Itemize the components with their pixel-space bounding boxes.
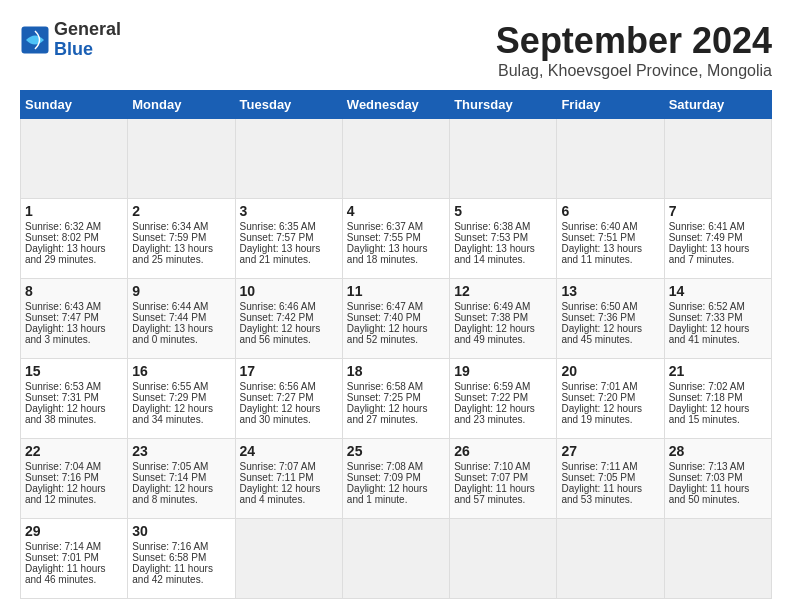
calendar-cell: 7Sunrise: 6:41 AMSunset: 7:49 PMDaylight… <box>664 199 771 279</box>
calendar-cell: 15Sunrise: 6:53 AMSunset: 7:31 PMDayligh… <box>21 359 128 439</box>
daylight-text: Daylight: 11 hours and 50 minutes. <box>669 483 750 505</box>
sunset-text: Sunset: 7:03 PM <box>669 472 743 483</box>
sunrise-text: Sunrise: 6:58 AM <box>347 381 423 392</box>
daylight-text: Daylight: 13 hours and 7 minutes. <box>669 243 750 265</box>
calendar-cell <box>235 119 342 199</box>
calendar-cell: 28Sunrise: 7:13 AMSunset: 7:03 PMDayligh… <box>664 439 771 519</box>
sunset-text: Sunset: 7:49 PM <box>669 232 743 243</box>
daylight-text: Daylight: 11 hours and 42 minutes. <box>132 563 213 585</box>
day-of-week-header: Friday <box>557 91 664 119</box>
calendar-cell: 24Sunrise: 7:07 AMSunset: 7:11 PMDayligh… <box>235 439 342 519</box>
sunrise-text: Sunrise: 7:07 AM <box>240 461 316 472</box>
day-number: 17 <box>240 363 338 379</box>
title-block: September 2024 Bulag, Khoevsgoel Provinc… <box>496 20 772 80</box>
location-subtitle: Bulag, Khoevsgoel Province, Mongolia <box>496 62 772 80</box>
calendar-cell <box>128 119 235 199</box>
calendar-cell: 16Sunrise: 6:55 AMSunset: 7:29 PMDayligh… <box>128 359 235 439</box>
calendar-cell <box>450 519 557 599</box>
calendar-cell <box>664 519 771 599</box>
day-number: 6 <box>561 203 659 219</box>
calendar-cell: 30Sunrise: 7:16 AMSunset: 6:58 PMDayligh… <box>128 519 235 599</box>
calendar-cell: 14Sunrise: 6:52 AMSunset: 7:33 PMDayligh… <box>664 279 771 359</box>
daylight-text: Daylight: 13 hours and 14 minutes. <box>454 243 535 265</box>
daylight-text: Daylight: 11 hours and 57 minutes. <box>454 483 535 505</box>
day-of-week-header: Saturday <box>664 91 771 119</box>
sunset-text: Sunset: 7:27 PM <box>240 392 314 403</box>
sunset-text: Sunset: 7:47 PM <box>25 312 99 323</box>
daylight-text: Daylight: 12 hours and 49 minutes. <box>454 323 535 345</box>
calendar-week-row: 29Sunrise: 7:14 AMSunset: 7:01 PMDayligh… <box>21 519 772 599</box>
day-number: 19 <box>454 363 552 379</box>
daylight-text: Daylight: 12 hours and 41 minutes. <box>669 323 750 345</box>
calendar-cell: 18Sunrise: 6:58 AMSunset: 7:25 PMDayligh… <box>342 359 449 439</box>
calendar-cell: 6Sunrise: 6:40 AMSunset: 7:51 PMDaylight… <box>557 199 664 279</box>
sunrise-text: Sunrise: 6:56 AM <box>240 381 316 392</box>
daylight-text: Daylight: 13 hours and 3 minutes. <box>25 323 106 345</box>
daylight-text: Daylight: 12 hours and 27 minutes. <box>347 403 428 425</box>
sunrise-text: Sunrise: 6:43 AM <box>25 301 101 312</box>
calendar-cell: 21Sunrise: 7:02 AMSunset: 7:18 PMDayligh… <box>664 359 771 439</box>
calendar-table: SundayMondayTuesdayWednesdayThursdayFrid… <box>20 90 772 599</box>
sunset-text: Sunset: 6:58 PM <box>132 552 206 563</box>
sunrise-text: Sunrise: 7:05 AM <box>132 461 208 472</box>
sunrise-text: Sunrise: 6:35 AM <box>240 221 316 232</box>
calendar-cell: 13Sunrise: 6:50 AMSunset: 7:36 PMDayligh… <box>557 279 664 359</box>
sunset-text: Sunset: 7:51 PM <box>561 232 635 243</box>
calendar-cell: 2Sunrise: 6:34 AMSunset: 7:59 PMDaylight… <box>128 199 235 279</box>
day-number: 30 <box>132 523 230 539</box>
sunrise-text: Sunrise: 6:32 AM <box>25 221 101 232</box>
day-number: 1 <box>25 203 123 219</box>
calendar-cell: 23Sunrise: 7:05 AMSunset: 7:14 PMDayligh… <box>128 439 235 519</box>
daylight-text: Daylight: 12 hours and 56 minutes. <box>240 323 321 345</box>
sunrise-text: Sunrise: 7:13 AM <box>669 461 745 472</box>
calendar-cell: 12Sunrise: 6:49 AMSunset: 7:38 PMDayligh… <box>450 279 557 359</box>
day-number: 27 <box>561 443 659 459</box>
sunset-text: Sunset: 7:16 PM <box>25 472 99 483</box>
day-of-week-header: Monday <box>128 91 235 119</box>
sunset-text: Sunset: 7:42 PM <box>240 312 314 323</box>
sunset-text: Sunset: 7:05 PM <box>561 472 635 483</box>
sunrise-text: Sunrise: 6:59 AM <box>454 381 530 392</box>
daylight-text: Daylight: 12 hours and 12 minutes. <box>25 483 106 505</box>
daylight-text: Daylight: 12 hours and 4 minutes. <box>240 483 321 505</box>
calendar-week-row: 22Sunrise: 7:04 AMSunset: 7:16 PMDayligh… <box>21 439 772 519</box>
daylight-text: Daylight: 12 hours and 23 minutes. <box>454 403 535 425</box>
calendar-cell: 26Sunrise: 7:10 AMSunset: 7:07 PMDayligh… <box>450 439 557 519</box>
day-number: 14 <box>669 283 767 299</box>
sunrise-text: Sunrise: 6:40 AM <box>561 221 637 232</box>
sunrise-text: Sunrise: 6:50 AM <box>561 301 637 312</box>
day-number: 10 <box>240 283 338 299</box>
daylight-text: Daylight: 12 hours and 34 minutes. <box>132 403 213 425</box>
calendar-cell: 11Sunrise: 6:47 AMSunset: 7:40 PMDayligh… <box>342 279 449 359</box>
sunset-text: Sunset: 8:02 PM <box>25 232 99 243</box>
calendar-cell <box>342 519 449 599</box>
day-of-week-header: Tuesday <box>235 91 342 119</box>
calendar-cell: 3Sunrise: 6:35 AMSunset: 7:57 PMDaylight… <box>235 199 342 279</box>
daylight-text: Daylight: 12 hours and 8 minutes. <box>132 483 213 505</box>
logo-text: General Blue <box>54 20 121 60</box>
day-number: 20 <box>561 363 659 379</box>
calendar-cell: 20Sunrise: 7:01 AMSunset: 7:20 PMDayligh… <box>557 359 664 439</box>
daylight-text: Daylight: 12 hours and 15 minutes. <box>669 403 750 425</box>
sunset-text: Sunset: 7:59 PM <box>132 232 206 243</box>
sunset-text: Sunset: 7:09 PM <box>347 472 421 483</box>
sunset-text: Sunset: 7:20 PM <box>561 392 635 403</box>
calendar-cell: 22Sunrise: 7:04 AMSunset: 7:16 PMDayligh… <box>21 439 128 519</box>
day-number: 2 <box>132 203 230 219</box>
day-number: 18 <box>347 363 445 379</box>
sunset-text: Sunset: 7:33 PM <box>669 312 743 323</box>
calendar-cell <box>235 519 342 599</box>
sunrise-text: Sunrise: 6:34 AM <box>132 221 208 232</box>
day-number: 8 <box>25 283 123 299</box>
calendar-cell: 1Sunrise: 6:32 AMSunset: 8:02 PMDaylight… <box>21 199 128 279</box>
day-number: 25 <box>347 443 445 459</box>
sunset-text: Sunset: 7:25 PM <box>347 392 421 403</box>
sunset-text: Sunset: 7:44 PM <box>132 312 206 323</box>
sunset-text: Sunset: 7:38 PM <box>454 312 528 323</box>
sunrise-text: Sunrise: 6:52 AM <box>669 301 745 312</box>
calendar-cell <box>557 519 664 599</box>
daylight-text: Daylight: 13 hours and 0 minutes. <box>132 323 213 345</box>
day-of-week-header: Sunday <box>21 91 128 119</box>
sunrise-text: Sunrise: 7:02 AM <box>669 381 745 392</box>
page-header: General Blue September 2024 Bulag, Khoev… <box>20 20 772 80</box>
